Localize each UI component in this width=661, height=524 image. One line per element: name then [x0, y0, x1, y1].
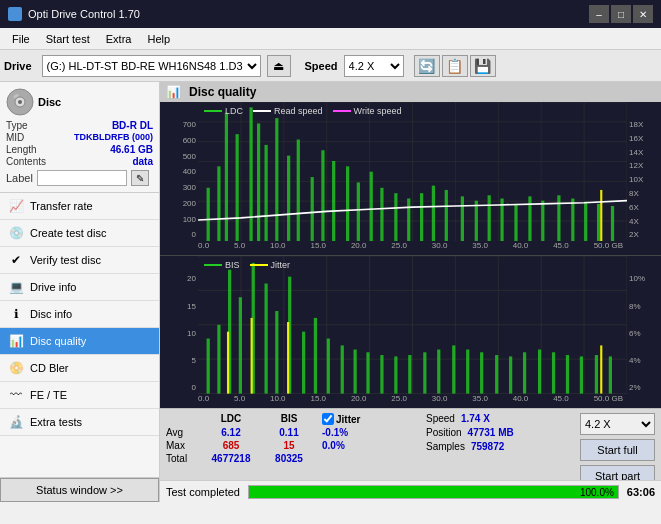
- svg-rect-95: [509, 357, 512, 394]
- svg-rect-29: [275, 118, 278, 241]
- bottom-status-bar: Test completed 100.0% 63:06: [160, 480, 661, 502]
- nav-disc-quality[interactable]: 📊 Disc quality: [0, 328, 159, 355]
- speed-stats: Speed 1.74 X Position 47731 MB Samples 7…: [426, 413, 514, 452]
- disc-length-row: Length 46.61 GB: [6, 144, 153, 155]
- extra-tests-icon: 🔬: [8, 414, 24, 430]
- bottom-x-axis: 0.0 5.0 10.0 15.0 20.0 25.0 30.0 35.0 40…: [160, 394, 661, 408]
- top-y-500: 500: [162, 152, 196, 161]
- svg-rect-44: [461, 196, 464, 241]
- svg-rect-80: [302, 332, 305, 394]
- svg-rect-42: [432, 186, 435, 242]
- nav-verify-test-disc[interactable]: ✔ Verify test disc: [0, 247, 159, 274]
- menu-help[interactable]: Help: [139, 31, 178, 47]
- top-chart-body: 700 600 500 400 300 200 100 0: [160, 102, 661, 241]
- start-controls: 4.2 X Start full Start part: [580, 413, 655, 487]
- svg-rect-92: [466, 350, 469, 394]
- nav-disc-info[interactable]: ℹ Disc info: [0, 301, 159, 328]
- top-y-600: 600: [162, 136, 196, 145]
- menu-bar: File Start test Extra Help: [0, 28, 661, 50]
- svg-rect-72: [207, 339, 210, 394]
- menu-extra[interactable]: Extra: [98, 31, 140, 47]
- toolbar-save-icon[interactable]: 💾: [470, 55, 496, 77]
- svg-rect-94: [495, 355, 498, 394]
- maximize-button[interactable]: □: [611, 5, 631, 23]
- create-test-icon: 💿: [8, 225, 24, 241]
- disc-label-input[interactable]: [37, 170, 127, 186]
- speed-dropdown[interactable]: 4.2 X: [580, 413, 655, 435]
- svg-rect-40: [407, 199, 410, 242]
- svg-rect-89: [423, 353, 426, 394]
- top-y-400: 400: [162, 167, 196, 176]
- svg-rect-73: [217, 325, 220, 394]
- close-button[interactable]: ✕: [633, 5, 653, 23]
- top-y-0: 0: [162, 230, 196, 239]
- disc-mid-value: TDKBLDRFB (000): [74, 132, 153, 143]
- svg-rect-84: [354, 350, 357, 394]
- svg-rect-23: [217, 166, 220, 241]
- jitter-checkbox[interactable]: [322, 413, 334, 425]
- label-edit-button[interactable]: ✎: [131, 170, 149, 186]
- nav-extra-tests[interactable]: 🔬 Extra tests: [0, 409, 159, 436]
- drive-select[interactable]: (G:) HL-DT-ST BD-RE WH16NS48 1.D3: [42, 55, 261, 77]
- disc-panel-header: Disc: [6, 88, 153, 116]
- nav-items: 📈 Transfer rate 💿 Create test disc ✔ Ver…: [0, 193, 159, 436]
- svg-rect-90: [437, 350, 440, 394]
- svg-rect-25: [236, 134, 239, 241]
- bis-legend-label: BIS: [225, 260, 240, 270]
- svg-rect-30: [287, 156, 290, 242]
- bis-legend-line: [204, 264, 222, 266]
- bottom-status-text: Test completed: [166, 486, 240, 498]
- svg-rect-81: [314, 318, 317, 394]
- avg-row: Avg 6.12 0.11 -0.1%: [166, 427, 402, 438]
- toolbar-copy-icon[interactable]: 📋: [442, 55, 468, 77]
- menu-file[interactable]: File: [4, 31, 38, 47]
- nav-drive-info-label: Drive info: [30, 281, 76, 293]
- nav-transfer-rate[interactable]: 📈 Transfer rate: [0, 193, 159, 220]
- disc-label-row: Label ✎: [6, 170, 153, 186]
- status-window-button[interactable]: Status window >>: [0, 478, 159, 502]
- svg-rect-55: [611, 206, 614, 241]
- drive-eject-icon[interactable]: ⏏: [267, 55, 291, 77]
- bottom-chart-body: 20 15 10 5 0: [160, 256, 661, 394]
- disc-quality-icon: 📊: [8, 333, 24, 349]
- drive-info-icon: 💻: [8, 279, 24, 295]
- svg-rect-35: [346, 166, 349, 241]
- disc-mid-row: MID TDKBLDRFB (000): [6, 132, 153, 143]
- svg-rect-27: [257, 123, 260, 241]
- jitter-legend: Jitter: [250, 260, 291, 270]
- max-label: Max: [166, 440, 198, 451]
- stats-header-row: LDC BIS Jitter: [166, 413, 402, 425]
- nav-cd-bler-label: CD Bler: [30, 362, 69, 374]
- svg-rect-104: [251, 318, 253, 394]
- svg-rect-86: [380, 355, 383, 394]
- ldc-col-header: LDC: [206, 413, 256, 425]
- nav-drive-info[interactable]: 💻 Drive info: [0, 274, 159, 301]
- speed-select[interactable]: 4.2 X: [344, 55, 404, 77]
- menu-start-test[interactable]: Start test: [38, 31, 98, 47]
- samples-row: Samples 759872: [426, 441, 514, 452]
- toolbar-refresh-icon[interactable]: 🔄: [414, 55, 440, 77]
- start-full-button[interactable]: Start full: [580, 439, 655, 461]
- write-speed-legend: Write speed: [333, 106, 402, 116]
- nav-disc-quality-label: Disc quality: [30, 335, 86, 347]
- svg-rect-22: [207, 188, 210, 242]
- chart-title: Disc quality: [189, 85, 256, 99]
- nav-fe-te[interactable]: 〰 FE / TE: [0, 382, 159, 409]
- svg-rect-88: [408, 355, 411, 394]
- nav-create-test-disc[interactable]: 💿 Create test disc: [0, 220, 159, 247]
- nav-cd-bler[interactable]: 📀 CD Bler: [0, 355, 159, 382]
- top-yr-10x: 10X: [629, 175, 659, 184]
- svg-rect-53: [584, 202, 587, 242]
- svg-rect-99: [566, 355, 569, 394]
- speed-stat-value: 1.74 X: [461, 413, 490, 424]
- svg-rect-82: [327, 339, 330, 394]
- svg-rect-34: [332, 161, 335, 241]
- svg-rect-106: [600, 346, 602, 394]
- disc-label-label: Label: [6, 172, 33, 184]
- speed-stat-label: Speed: [426, 413, 455, 424]
- svg-rect-39: [394, 193, 397, 241]
- svg-rect-93: [480, 353, 483, 394]
- top-yr-8x: 8X: [629, 189, 659, 198]
- fe-te-icon: 〰: [8, 387, 24, 403]
- minimize-button[interactable]: –: [589, 5, 609, 23]
